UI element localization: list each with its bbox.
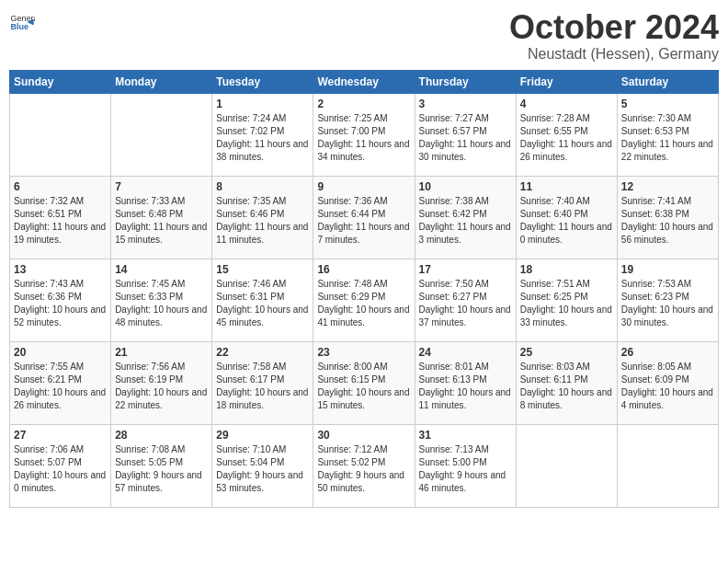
day-info: Sunrise: 8:03 AMSunset: 6:11 PMDaylight:… — [520, 361, 613, 412]
calendar-cell: 9Sunrise: 7:36 AMSunset: 6:44 PMDaylight… — [313, 176, 415, 259]
calendar-cell — [516, 424, 617, 507]
calendar-cell: 22Sunrise: 7:58 AMSunset: 6:17 PMDayligh… — [212, 341, 313, 424]
calendar-cell: 13Sunrise: 7:43 AMSunset: 6:36 PMDayligh… — [10, 259, 111, 341]
day-info: Sunrise: 7:48 AMSunset: 6:29 PMDaylight:… — [317, 278, 410, 329]
day-info: Sunrise: 7:51 AMSunset: 6:25 PMDaylight:… — [520, 278, 613, 329]
calendar-cell: 18Sunrise: 7:51 AMSunset: 6:25 PMDayligh… — [516, 259, 617, 341]
day-info: Sunrise: 7:25 AMSunset: 7:00 PMDaylight:… — [317, 112, 410, 164]
day-number: 10 — [419, 180, 512, 193]
day-info: Sunrise: 7:35 AMSunset: 6:46 PMDaylight:… — [216, 195, 309, 247]
calendar-cell: 17Sunrise: 7:50 AMSunset: 6:27 PMDayligh… — [415, 259, 516, 341]
calendar-header-row: SundayMondayTuesdayWednesdayThursdayFrid… — [10, 70, 719, 93]
calendar-cell: 20Sunrise: 7:55 AMSunset: 6:21 PMDayligh… — [10, 341, 111, 424]
day-number: 14 — [115, 263, 208, 276]
day-number: 9 — [317, 180, 410, 193]
day-info: Sunrise: 7:45 AMSunset: 6:33 PMDaylight:… — [115, 278, 208, 329]
day-number: 29 — [216, 429, 309, 442]
calendar-cell: 3Sunrise: 7:27 AMSunset: 6:57 PMDaylight… — [415, 93, 516, 176]
day-info: Sunrise: 7:08 AMSunset: 5:05 PMDaylight:… — [115, 443, 208, 495]
calendar-cell: 30Sunrise: 7:12 AMSunset: 5:02 PMDayligh… — [313, 424, 415, 507]
calendar-cell: 27Sunrise: 7:06 AMSunset: 5:07 PMDayligh… — [10, 424, 111, 507]
calendar-cell: 10Sunrise: 7:38 AMSunset: 6:42 PMDayligh… — [415, 176, 516, 259]
day-number: 23 — [317, 346, 410, 359]
day-info: Sunrise: 7:46 AMSunset: 6:31 PMDaylight:… — [216, 278, 309, 329]
day-number: 11 — [520, 180, 613, 193]
week-row-2: 6Sunrise: 7:32 AMSunset: 6:51 PMDaylight… — [10, 176, 719, 259]
day-number: 2 — [317, 98, 410, 110]
day-number: 27 — [14, 429, 107, 442]
calendar-cell: 26Sunrise: 8:05 AMSunset: 6:09 PMDayligh… — [617, 341, 718, 424]
calendar-cell: 24Sunrise: 8:01 AMSunset: 6:13 PMDayligh… — [415, 341, 516, 424]
calendar-cell: 23Sunrise: 8:00 AMSunset: 6:15 PMDayligh… — [313, 341, 415, 424]
day-header-monday: Monday — [111, 70, 212, 93]
day-header-sunday: Sunday — [10, 70, 111, 93]
day-info: Sunrise: 7:53 AMSunset: 6:23 PMDaylight:… — [621, 278, 714, 329]
day-info: Sunrise: 7:28 AMSunset: 6:55 PMDaylight:… — [520, 112, 613, 164]
day-number: 24 — [419, 346, 512, 359]
day-info: Sunrise: 7:10 AMSunset: 5:04 PMDaylight:… — [216, 443, 309, 495]
day-info: Sunrise: 8:00 AMSunset: 6:15 PMDaylight:… — [317, 361, 410, 412]
calendar-cell: 31Sunrise: 7:13 AMSunset: 5:00 PMDayligh… — [415, 424, 516, 507]
calendar-cell: 6Sunrise: 7:32 AMSunset: 6:51 PMDaylight… — [10, 176, 111, 259]
day-number: 13 — [14, 263, 107, 276]
day-info: Sunrise: 7:55 AMSunset: 6:21 PMDaylight:… — [14, 361, 107, 412]
week-row-3: 13Sunrise: 7:43 AMSunset: 6:36 PMDayligh… — [10, 259, 719, 341]
day-info: Sunrise: 7:41 AMSunset: 6:38 PMDaylight:… — [621, 195, 714, 247]
day-info: Sunrise: 7:12 AMSunset: 5:02 PMDaylight:… — [317, 443, 410, 495]
calendar-cell: 4Sunrise: 7:28 AMSunset: 6:55 PMDaylight… — [516, 93, 617, 176]
week-row-1: 1Sunrise: 7:24 AMSunset: 7:02 PMDaylight… — [10, 93, 719, 176]
day-info: Sunrise: 8:01 AMSunset: 6:13 PMDaylight:… — [419, 361, 512, 412]
calendar-cell: 11Sunrise: 7:40 AMSunset: 6:40 PMDayligh… — [516, 176, 617, 259]
day-header-friday: Friday — [516, 70, 617, 93]
day-header-wednesday: Wednesday — [313, 70, 415, 93]
day-number: 20 — [14, 346, 107, 359]
svg-text:Blue: Blue — [10, 22, 28, 31]
day-number: 15 — [216, 263, 309, 276]
calendar-cell — [10, 93, 111, 176]
calendar-cell: 5Sunrise: 7:30 AMSunset: 6:53 PMDaylight… — [617, 93, 718, 176]
day-number: 16 — [317, 263, 410, 276]
page-header: General Blue October 2024 Neustadt (Hess… — [9, 9, 719, 63]
calendar-cell: 16Sunrise: 7:48 AMSunset: 6:29 PMDayligh… — [313, 259, 415, 341]
day-info: Sunrise: 7:43 AMSunset: 6:36 PMDaylight:… — [14, 278, 107, 329]
day-number: 25 — [520, 346, 613, 359]
day-info: Sunrise: 7:30 AMSunset: 6:53 PMDaylight:… — [621, 112, 714, 164]
calendar-cell: 8Sunrise: 7:35 AMSunset: 6:46 PMDaylight… — [212, 176, 313, 259]
day-info: Sunrise: 7:33 AMSunset: 6:48 PMDaylight:… — [115, 195, 208, 247]
day-info: Sunrise: 7:36 AMSunset: 6:44 PMDaylight:… — [317, 195, 410, 247]
day-number: 1 — [216, 98, 309, 110]
title-section: October 2024 Neustadt (Hessen), Germany — [509, 9, 719, 63]
calendar-cell — [111, 93, 212, 176]
logo-icon: General Blue — [9, 9, 35, 35]
day-info: Sunrise: 7:24 AMSunset: 7:02 PMDaylight:… — [216, 112, 309, 164]
day-info: Sunrise: 7:38 AMSunset: 6:42 PMDaylight:… — [419, 195, 512, 247]
calendar-table: SundayMondayTuesdayWednesdayThursdayFrid… — [9, 70, 719, 508]
calendar-cell: 21Sunrise: 7:56 AMSunset: 6:19 PMDayligh… — [111, 341, 212, 424]
day-number: 4 — [520, 98, 613, 110]
day-info: Sunrise: 7:56 AMSunset: 6:19 PMDaylight:… — [115, 361, 208, 412]
calendar-cell: 1Sunrise: 7:24 AMSunset: 7:02 PMDaylight… — [212, 93, 313, 176]
day-number: 12 — [621, 180, 714, 193]
day-info: Sunrise: 7:13 AMSunset: 5:00 PMDaylight:… — [419, 443, 512, 495]
day-number: 5 — [621, 98, 714, 110]
day-number: 6 — [14, 180, 107, 193]
day-number: 21 — [115, 346, 208, 359]
day-header-tuesday: Tuesday — [212, 70, 313, 93]
day-info: Sunrise: 7:06 AMSunset: 5:07 PMDaylight:… — [14, 443, 107, 495]
calendar-cell: 19Sunrise: 7:53 AMSunset: 6:23 PMDayligh… — [617, 259, 718, 341]
day-header-thursday: Thursday — [415, 70, 516, 93]
day-info: Sunrise: 7:27 AMSunset: 6:57 PMDaylight:… — [419, 112, 512, 164]
day-number: 19 — [621, 263, 714, 276]
week-row-4: 20Sunrise: 7:55 AMSunset: 6:21 PMDayligh… — [10, 341, 719, 424]
day-number: 7 — [115, 180, 208, 193]
day-number: 17 — [419, 263, 512, 276]
day-info: Sunrise: 7:50 AMSunset: 6:27 PMDaylight:… — [419, 278, 512, 329]
logo: General Blue — [9, 9, 35, 35]
day-header-saturday: Saturday — [617, 70, 718, 93]
calendar-cell: 25Sunrise: 8:03 AMSunset: 6:11 PMDayligh… — [516, 341, 617, 424]
day-number: 26 — [621, 346, 714, 359]
day-number: 28 — [115, 429, 208, 442]
calendar-cell: 29Sunrise: 7:10 AMSunset: 5:04 PMDayligh… — [212, 424, 313, 507]
day-number: 22 — [216, 346, 309, 359]
calendar-cell — [617, 424, 718, 507]
